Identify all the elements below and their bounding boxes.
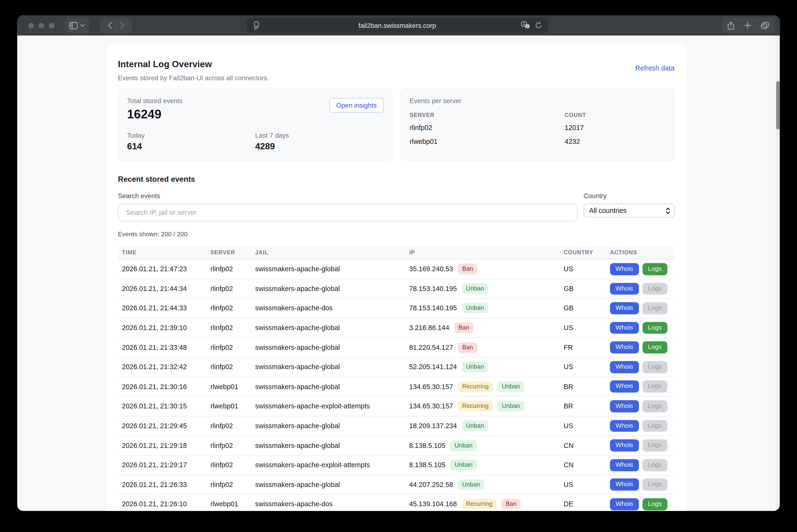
badge-ban: Ban [458,342,477,353]
event-country: US [560,265,606,273]
event-ip: 81.220.54.127 [409,344,453,351]
logs-button[interactable]: Logs [642,420,667,432]
event-ip-cell: 35.169.240.53 Ban [405,264,560,274]
page-viewport: Internal Log Overview Events stored by F… [17,36,780,511]
event-actions: Whois Logs [606,479,674,491]
event-server: rlwebp01 [206,500,251,508]
translate-icon[interactable]: A z [521,21,530,30]
event-ip-cell: 78.153.140.195 Unban [405,283,560,294]
whois-button[interactable]: Whois [610,283,639,295]
scrollbar-thumb[interactable] [776,81,779,130]
logs-button[interactable]: Logs [642,459,667,471]
event-row: 2026.01.21, 21:44:33 rlinfp02 swissmaker… [118,299,674,318]
forward-icon[interactable] [120,22,124,29]
country-select[interactable]: All countries [583,204,674,217]
event-country: BR [560,402,606,410]
event-time: 2026.01.21, 21:26:10 [118,500,206,508]
event-jail: swissmakers-apache-global [251,324,405,332]
badge-unban: Unban [458,479,484,490]
logs-button[interactable]: Logs [642,400,667,413]
server-name: rlwebp01 [410,138,565,145]
whois-button[interactable]: Whois [610,479,639,491]
open-insights-button[interactable]: Open insights [329,98,384,113]
reload-icon[interactable] [535,21,542,30]
event-jail: swissmakers-apache-global [251,265,405,273]
event-row: 2026.01.21, 21:44:34 rlinfp02 swissmaker… [118,279,674,299]
logs-button[interactable]: Logs [642,381,667,393]
zoom-window-button[interactable] [49,23,54,28]
event-ip-cell: 8.138.5.105 Unban [405,440,560,451]
close-window-button[interactable] [29,23,34,28]
event-row: 2026.01.21, 21:32:42 rlinfp02 swissmaker… [118,358,674,377]
today-label: Today [127,131,255,139]
logs-button[interactable]: Logs [642,322,667,334]
badge-unban: Unban [462,303,488,314]
window-controls[interactable] [29,23,54,28]
event-country: BR [560,383,606,391]
event-row: 2026.01.21, 21:26:10 rlwebp01 swissmaker… [118,495,674,511]
back-icon[interactable] [108,22,112,29]
address-bar[interactable]: fail2ban.swissmakers.corp A z [247,18,548,33]
event-server: rlinfp02 [206,442,251,449]
whois-button[interactable]: Whois [610,420,639,432]
event-time: 2026.01.21, 21:33:48 [118,344,206,351]
event-server: rlwebp01 [206,383,251,391]
event-jail: swissmakers-apache-global [251,442,405,449]
event-time: 2026.01.21, 21:44:33 [118,304,206,312]
whois-button[interactable]: Whois [610,263,639,275]
share-icon[interactable] [727,21,735,30]
event-ip: 35.169.240.53 [409,265,453,273]
event-jail: swissmakers-apache-global [251,285,405,292]
whois-button[interactable]: Whois [610,341,639,354]
logs-button[interactable]: Logs [642,361,667,373]
event-jail: swissmakers-apache-dos [251,304,405,312]
badge-ban: Ban [458,264,477,274]
events-per-server-title: Events per server [410,97,666,104]
nav-divider [115,21,116,30]
event-time: 2026.01.21, 21:44:34 [118,285,206,292]
search-events-label: Search events [118,192,578,200]
scrollbar-track[interactable] [776,36,780,511]
event-server: rlinfp02 [206,265,251,273]
logs-button[interactable]: Logs [642,263,667,275]
logs-button[interactable]: Logs [642,439,667,452]
column-header-country: COUNTRY [560,249,606,255]
country-label: Country [583,192,674,200]
event-ip: 52.205.141.124 [409,363,457,371]
event-jail: swissmakers-apache-global [251,422,405,430]
event-ip: 134.65.30.157 [409,402,453,410]
sidebar-toggle[interactable] [65,18,89,33]
whois-button[interactable]: Whois [610,322,639,334]
tab-overview-icon[interactable] [761,22,769,29]
badge-unban: Unban [498,401,524,412]
refresh-data-link[interactable]: Refresh data [635,64,674,72]
badge-recurring: Recurring [458,401,493,412]
logs-button[interactable]: Logs [642,283,667,295]
event-ip: 78.153.140.195 [409,304,457,312]
logs-button[interactable]: Logs [642,341,667,354]
event-time: 2026.01.21, 21:30:16 [118,383,206,391]
logs-button[interactable]: Logs [642,302,667,314]
event-country: FR [560,344,606,351]
search-input[interactable] [118,204,578,222]
whois-button[interactable]: Whois [610,361,639,373]
new-tab-icon[interactable] [744,22,751,29]
logs-button[interactable]: Logs [642,479,667,491]
event-row: 2026.01.21, 21:30:15 rlwebp01 swissmaker… [118,397,674,416]
whois-button[interactable]: Whois [610,302,639,314]
whois-button[interactable]: Whois [610,400,639,413]
url-text: fail2ban.swissmakers.corp [247,22,548,29]
recent-events-heading: Recent stored events [118,175,674,183]
whois-button[interactable]: Whois [610,459,639,471]
event-actions: Whois Logs [606,420,674,432]
event-badges: Unban [457,283,488,294]
whois-button[interactable]: Whois [610,439,639,452]
minimize-window-button[interactable] [39,23,44,28]
whois-button[interactable]: Whois [610,498,639,510]
page-subtitle: Events stored by Fail2ban-UI across all … [118,74,674,82]
per-server-row: rlwebp01 4232 [410,138,666,145]
column-header-actions: ACTIONS [606,249,674,255]
total-events-card: Total stored events 16249 Open insights … [118,88,393,160]
whois-button[interactable]: Whois [610,381,639,393]
logs-button[interactable]: Logs [642,498,667,510]
